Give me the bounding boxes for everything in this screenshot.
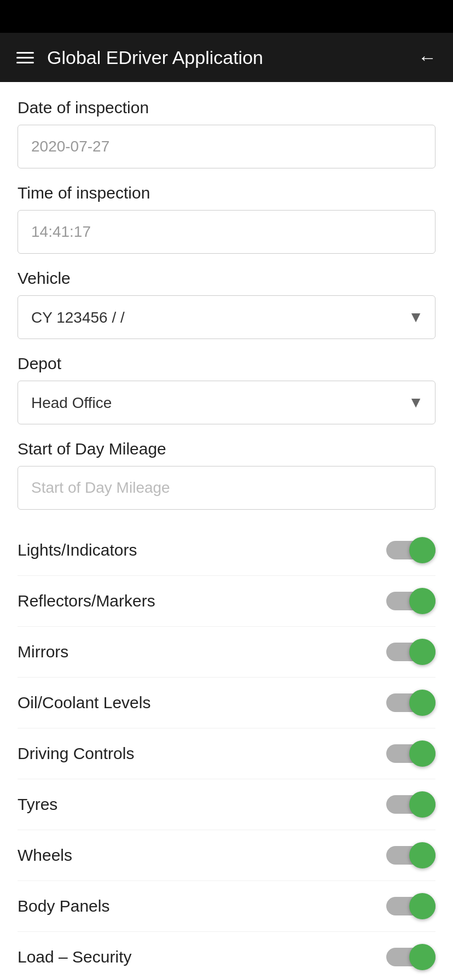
start-of-day-mileage-input[interactable] — [18, 466, 435, 510]
back-button[interactable]: ← — [418, 48, 437, 67]
toggle-switch-oil-coolant-levels[interactable] — [386, 690, 435, 716]
toggle-row-body-panels: Body Panels — [18, 881, 435, 932]
depot-group: Depot Head Office ▼ — [18, 354, 435, 424]
toggle-switch-load-security[interactable] — [386, 944, 435, 970]
toggle-thumb-reflectors-markers — [409, 588, 435, 614]
toggle-thumb-driving-controls — [409, 740, 435, 767]
toggle-row-reflectors-markers: Reflectors/Markers — [18, 576, 435, 627]
toggle-label-driving-controls: Driving Controls — [18, 744, 134, 763]
toggle-label-body-panels: Body Panels — [18, 897, 109, 915]
header: Global EDriver Application ← — [0, 33, 453, 82]
start-of-day-mileage-label: Start of Day Mileage — [18, 440, 435, 458]
toggle-thumb-oil-coolant-levels — [409, 690, 435, 716]
toggle-switch-tyres[interactable] — [386, 791, 435, 818]
depot-select-wrapper: Head Office ▼ — [18, 381, 435, 424]
app-title: Global EDriver Application — [47, 47, 263, 68]
toggle-row-mirrors: Mirrors — [18, 627, 435, 678]
vehicle-label: Vehicle — [18, 269, 435, 288]
toggle-row-wheels: Wheels — [18, 830, 435, 881]
status-bar — [0, 0, 453, 33]
toggle-thumb-lights-indicators — [409, 537, 435, 563]
toggle-row-driving-controls: Driving Controls — [18, 728, 435, 779]
toggle-thumb-tyres — [409, 791, 435, 818]
date-of-inspection-label: Date of inspection — [18, 98, 435, 117]
toggle-row-oil-coolant-levels: Oil/Coolant Levels — [18, 678, 435, 728]
vehicle-group: Vehicle CY 123456 / / ▼ — [18, 269, 435, 339]
toggle-label-mirrors: Mirrors — [18, 643, 68, 661]
time-of-inspection-input[interactable] — [18, 210, 435, 254]
depot-select[interactable]: Head Office — [18, 381, 435, 424]
toggle-switch-reflectors-markers[interactable] — [386, 588, 435, 614]
start-of-day-mileage-group: Start of Day Mileage — [18, 440, 435, 510]
toggle-label-oil-coolant-levels: Oil/Coolant Levels — [18, 693, 150, 712]
time-of-inspection-group: Time of inspection — [18, 184, 435, 254]
depot-label: Depot — [18, 354, 435, 373]
date-of-inspection-input[interactable] — [18, 125, 435, 168]
hamburger-menu-icon[interactable] — [16, 52, 34, 63]
toggle-thumb-load-security — [409, 944, 435, 970]
toggle-row-tyres: Tyres — [18, 779, 435, 830]
toggle-switch-driving-controls[interactable] — [386, 740, 435, 767]
time-of-inspection-label: Time of inspection — [18, 184, 435, 202]
toggle-label-reflectors-markers: Reflectors/Markers — [18, 592, 155, 610]
toggle-label-tyres: Tyres — [18, 795, 57, 814]
toggle-thumb-body-panels — [409, 893, 435, 919]
toggle-switch-mirrors[interactable] — [386, 639, 435, 665]
toggle-row-load-security: Load – Security — [18, 932, 435, 980]
vehicle-select-wrapper: CY 123456 / / ▼ — [18, 295, 435, 339]
date-of-inspection-group: Date of inspection — [18, 98, 435, 168]
toggle-switch-body-panels[interactable] — [386, 893, 435, 919]
toggle-switch-wheels[interactable] — [386, 842, 435, 868]
toggle-label-wheels: Wheels — [18, 846, 72, 865]
toggle-label-lights-indicators: Lights/Indicators — [18, 541, 137, 559]
vehicle-select[interactable]: CY 123456 / / — [18, 295, 435, 339]
form-content: Date of inspection Time of inspection Ve… — [0, 82, 453, 980]
header-left: Global EDriver Application — [16, 47, 263, 68]
toggle-switch-lights-indicators[interactable] — [386, 537, 435, 563]
toggle-label-load-security: Load – Security — [18, 948, 131, 966]
toggle-thumb-mirrors — [409, 639, 435, 665]
toggle-thumb-wheels — [409, 842, 435, 868]
toggle-row-lights-indicators: Lights/Indicators — [18, 525, 435, 576]
toggle-section: Lights/IndicatorsReflectors/MarkersMirro… — [18, 525, 435, 980]
